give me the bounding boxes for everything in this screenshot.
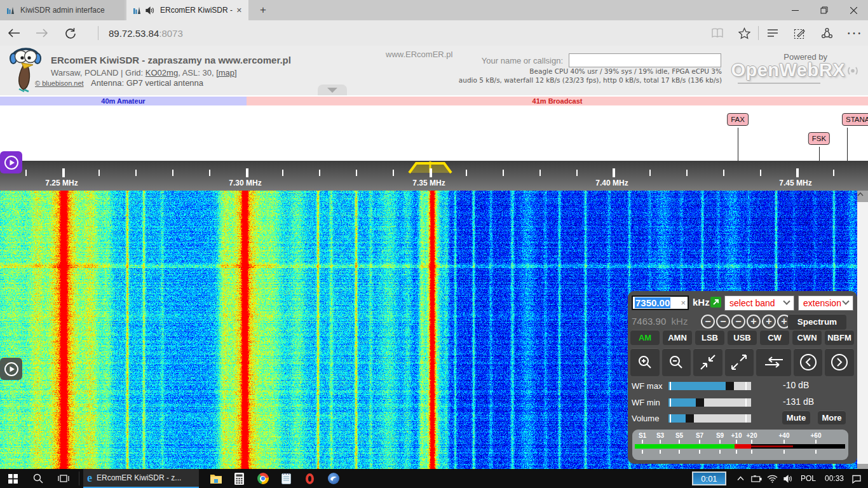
more-button[interactable]: More bbox=[818, 410, 846, 424]
frequency-tick bbox=[246, 168, 248, 177]
zoom-plus-icon[interactable]: + bbox=[747, 315, 761, 329]
frequency-tick bbox=[539, 170, 541, 176]
volume-slider[interactable] bbox=[668, 414, 751, 423]
zoom-minus-icon[interactable]: − bbox=[716, 315, 730, 329]
mode-button-cwn[interactable]: CWN bbox=[792, 330, 822, 345]
mode-button-lsb[interactable]: LSB bbox=[695, 330, 724, 345]
mute-button[interactable]: Mute bbox=[782, 410, 810, 424]
header-collapse-tab[interactable] bbox=[318, 85, 347, 95]
volume-icon[interactable] bbox=[780, 469, 796, 488]
new-tab-button[interactable]: + bbox=[253, 0, 273, 20]
web-note-icon[interactable] bbox=[786, 20, 813, 46]
smeter-tick bbox=[783, 450, 785, 454]
taskbar-search-icon[interactable] bbox=[25, 469, 51, 488]
mode-button-am[interactable]: AM bbox=[630, 330, 660, 345]
scrollbar-thumb[interactable] bbox=[857, 202, 868, 464]
clock[interactable]: 00:33 bbox=[820, 474, 848, 483]
zoom-out-max-button[interactable] bbox=[725, 348, 754, 376]
zoom-step-buttons: −−−+++ bbox=[701, 315, 791, 329]
frequency-tick bbox=[686, 170, 688, 176]
wf-min-value: -131 dB bbox=[783, 396, 814, 407]
zoom-plus-icon[interactable]: + bbox=[762, 315, 776, 329]
mode-button-nbfm[interactable]: NBFM bbox=[825, 330, 854, 345]
mode-button-usb[interactable]: USB bbox=[728, 330, 757, 345]
window-close-button[interactable] bbox=[839, 0, 868, 20]
taskbar-active-task[interactable]: e ERcomER KiwiSDR - z... bbox=[83, 469, 199, 488]
page-scrollbar[interactable] bbox=[857, 191, 868, 469]
window-restore-button[interactable] bbox=[810, 0, 839, 20]
mode-button-amn[interactable]: AMN bbox=[663, 330, 692, 345]
recording-timer[interactable]: 0:01 bbox=[692, 471, 726, 485]
smeter-red-segment bbox=[735, 444, 751, 449]
band-marker-line bbox=[819, 147, 820, 161]
status-stats: Beagle CPU 40% usr / 39% sys / 19% idle,… bbox=[459, 67, 722, 85]
zoom-to-band-button[interactable] bbox=[693, 348, 722, 376]
language-indicator[interactable]: POL bbox=[796, 474, 820, 483]
callsign-input[interactable] bbox=[569, 53, 721, 67]
waterfall-start-button[interactable] bbox=[0, 358, 22, 380]
wf-max-slider[interactable] bbox=[668, 382, 751, 390]
mode-button-cw[interactable]: CW bbox=[760, 330, 789, 345]
spectrum-shift-button[interactable] bbox=[756, 348, 791, 376]
smeter-tick bbox=[642, 440, 643, 444]
spectrum-button[interactable]: Spectrum bbox=[788, 314, 846, 330]
start-button-icon[interactable] bbox=[0, 469, 25, 488]
chrome-icon[interactable] bbox=[251, 469, 275, 488]
tray-expand-icon[interactable] bbox=[733, 469, 749, 488]
tab-close-icon[interactable]: ✕ bbox=[236, 6, 242, 15]
site-watermark: www.ERcomER.pl bbox=[386, 50, 452, 59]
tab-kiwisdr-admin[interactable]: KiwiSDR admin interface bbox=[0, 0, 125, 20]
wifi-icon[interactable] bbox=[764, 469, 780, 488]
zoom-out-button[interactable] bbox=[662, 348, 691, 376]
band-40m-amateur[interactable]: 40m Amateur bbox=[0, 97, 247, 105]
zoom-in-button[interactable] bbox=[630, 348, 660, 376]
refresh-icon[interactable] bbox=[56, 20, 84, 46]
tab-ercomer-kiwisdr[interactable]: ERcomER KiwiSDR - ✕ bbox=[126, 0, 248, 20]
zoom-minus-icon[interactable]: − bbox=[731, 315, 745, 329]
clear-frequency-icon[interactable]: × bbox=[681, 298, 686, 308]
band-41m-broadcast[interactable]: 41m Broadcast bbox=[247, 97, 868, 105]
scroll-up-icon[interactable] bbox=[857, 192, 868, 201]
frequency-link-icon[interactable] bbox=[710, 297, 721, 308]
smeter-tick bbox=[736, 440, 737, 444]
band-marker[interactable]: STANAG bbox=[842, 113, 868, 126]
band-marker[interactable]: FAX bbox=[727, 113, 749, 126]
back-icon[interactable] bbox=[0, 20, 28, 46]
reading-view-icon[interactable] bbox=[703, 20, 731, 46]
page-left-button[interactable] bbox=[794, 348, 823, 376]
notepad-icon[interactable] bbox=[275, 469, 298, 488]
grid-link[interactable]: KO02mg bbox=[146, 68, 178, 78]
bluebison-link[interactable]: © bluebison.net bbox=[35, 79, 84, 87]
smeter-tick bbox=[719, 440, 721, 444]
frequency-input[interactable]: 7350.00 × bbox=[632, 295, 689, 310]
favorites-star-icon[interactable] bbox=[731, 20, 758, 46]
map-link[interactable]: [map] bbox=[216, 68, 237, 78]
opera-icon[interactable] bbox=[298, 469, 322, 488]
hub-icon[interactable] bbox=[759, 20, 786, 46]
tab-audio-icon bbox=[146, 6, 155, 15]
share-icon[interactable] bbox=[813, 20, 841, 46]
select-band-value: select band bbox=[729, 298, 775, 308]
wf-min-slider[interactable] bbox=[668, 398, 751, 407]
more-options-icon[interactable]: • • • bbox=[841, 20, 868, 46]
file-explorer-icon[interactable] bbox=[204, 469, 227, 488]
thunderbird-icon[interactable] bbox=[322, 469, 345, 488]
more-glyph: • • • bbox=[848, 30, 861, 37]
passband-frequency: 7463.90 bbox=[632, 316, 666, 327]
action-center-icon[interactable] bbox=[848, 469, 864, 488]
frequency-scale[interactable]: 7.25 MHz7.30 MHz7.35 MHz7.40 MHz7.45 MHz bbox=[0, 161, 868, 191]
forward-icon[interactable] bbox=[28, 20, 56, 46]
page-right-button[interactable] bbox=[825, 348, 854, 376]
window-minimize-button[interactable] bbox=[780, 0, 810, 20]
smeter-tick bbox=[751, 440, 752, 444]
address-bar[interactable]: 89.72.53.84:8073 bbox=[109, 28, 183, 39]
audio-start-button[interactable] bbox=[0, 151, 22, 173]
zoom-minus-icon[interactable]: − bbox=[701, 315, 715, 329]
band-marker[interactable]: FSK bbox=[808, 132, 830, 145]
task-view-icon[interactable] bbox=[51, 469, 76, 488]
extension-dropdown[interactable]: extension bbox=[798, 295, 853, 311]
battery-icon[interactable] bbox=[749, 469, 764, 488]
select-band-dropdown[interactable]: select band bbox=[724, 295, 794, 311]
calculator-icon[interactable] bbox=[227, 469, 251, 488]
band-marker-line bbox=[738, 128, 738, 161]
